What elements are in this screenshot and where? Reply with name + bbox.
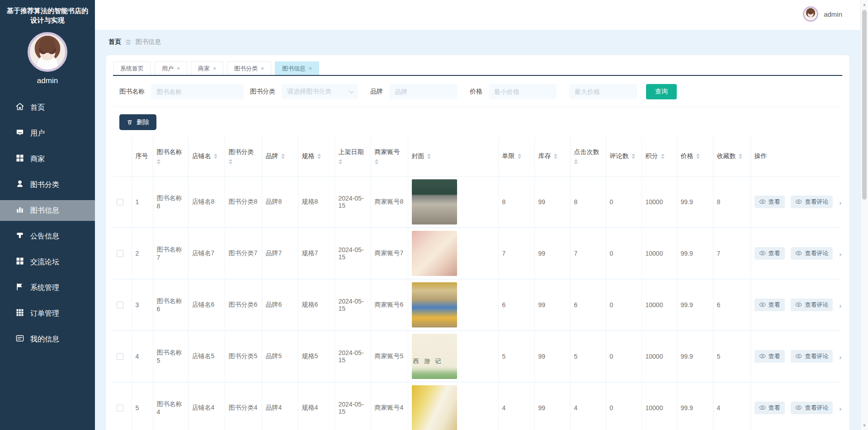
more-actions-chevron[interactable]: › [839,199,841,206]
close-icon[interactable]: × [213,65,216,72]
cell-comments: 0 [606,331,642,382]
table-row: 4 图书名称5 店铺名5 图书分类5 品牌5 规格5 2024-05-15 商家… [113,331,841,382]
row-checkbox[interactable] [117,353,123,360]
sidebar-item-home[interactable]: 首页 [0,97,95,118]
table-header-row: 序号 图书名称 [113,136,841,176]
row-checkbox[interactable] [117,302,123,308]
sidebar-item-book-info[interactable]: 图书信息 [0,200,95,221]
view-button[interactable]: 查看 [755,350,785,363]
sort-icon[interactable] [281,154,285,159]
view-button[interactable]: 查看 [755,247,785,260]
eye-icon [795,354,802,359]
brand-input[interactable] [389,84,457,99]
cell-clicks: 8 [570,176,606,228]
cell-index: 2 [132,228,153,279]
column-header: 序号 [132,136,153,176]
sort-icon[interactable] [427,154,431,159]
view-button[interactable]: 查看 [755,299,785,311]
book-cover-image: 西 游 记 [412,334,457,379]
sidebar-item-forum[interactable]: 交流论坛 [0,252,95,272]
cell-date: 2024-05-15 [335,279,371,331]
sidebar-item-label: 图书分类 [30,180,59,190]
cell-shop-name: 店铺名4 [188,382,225,430]
sort-icon[interactable] [632,154,635,159]
view-button[interactable]: 查看 [755,196,785,208]
sort-icon[interactable] [214,154,217,159]
sort-icon[interactable] [339,159,342,164]
sort-icon[interactable] [157,159,160,164]
sort-icon[interactable] [554,154,557,159]
tab-book-categories[interactable]: 图书分类 × [227,61,271,75]
view-comments-button[interactable]: 查看评论 [791,350,833,363]
sort-icon[interactable] [739,154,742,159]
tab-users[interactable]: 用户 × [155,61,187,75]
price-max-input[interactable] [569,84,637,99]
book-cover-image [412,231,457,276]
cell-comments: 0 [606,228,642,279]
close-icon[interactable]: × [309,65,312,72]
column-header-label: 评论数 [610,152,629,160]
user-avatar [803,6,818,22]
cell-points: 10000 [642,176,677,228]
sidebar-item-orders[interactable]: 订单管理 [0,303,95,324]
eye-icon [795,405,802,410]
more-actions-chevron[interactable]: › [839,302,841,309]
sort-icon[interactable] [574,159,578,164]
category-select[interactable]: 请选择图书分类 [282,84,358,99]
sort-icon[interactable] [317,154,321,159]
sidebar-item-book-categories[interactable]: 图书分类 [0,174,95,195]
breadcrumb-home-link[interactable]: 首页 [108,38,121,46]
sidebar-item-merchants[interactable]: 商家 [0,149,95,169]
sort-icon[interactable] [696,154,700,159]
book-name-input[interactable] [151,84,244,99]
cell-date: 2024-05-15 [335,382,371,430]
cell-clicks: 6 [570,279,606,331]
delete-button[interactable]: 删除 [119,114,156,130]
cell-clicks: 4 [570,382,606,430]
sort-icon[interactable] [375,159,378,164]
sort-icon[interactable] [518,154,521,159]
topbar-user-menu[interactable]: admin [803,6,842,22]
price-min-input[interactable] [489,84,557,99]
cell-merchant: 商家账号8 [371,176,408,228]
scrollbar-thumb[interactable] [862,10,867,200]
column-header-label: 序号 [136,152,148,160]
row-checkbox[interactable] [117,199,123,206]
search-button[interactable]: 查询 [646,84,677,99]
sidebar-item-label: 我的信息 [30,335,59,344]
cell-date: 2024-05-15 [335,331,371,382]
column-header-label: 商家账号 [375,148,400,156]
sidebar-item-label: 系统管理 [30,283,59,293]
sidebar-item-users[interactable]: 用户 [0,123,95,144]
close-icon[interactable]: × [177,65,180,72]
cell-merchant: 商家账号4 [371,382,408,430]
scrollbar-down-arrow[interactable]: ▼ [862,423,867,428]
row-checkbox[interactable] [117,405,123,411]
view-button[interactable]: 查看 [755,402,785,414]
sidebar-item-my-info[interactable]: 我的信息 [0,329,95,350]
more-actions-chevron[interactable]: › [839,353,841,361]
view-comments-button[interactable]: 查看评论 [791,402,833,414]
view-comments-button[interactable]: 查看评论 [791,196,833,208]
tab-book-info[interactable]: 图书信息 × [275,61,319,75]
tab-merchants[interactable]: 商家 × [191,61,223,75]
cell-points: 10000 [642,331,677,382]
more-actions-chevron[interactable]: › [839,405,841,412]
close-icon[interactable]: × [261,65,264,72]
sidebar-item-system[interactable]: 系统管理 [0,277,95,298]
sidebar-item-announcements[interactable]: 公告信息 [0,226,95,247]
scrollbar-up-arrow[interactable]: ▲ [862,2,867,7]
column-header: 商家账号 [371,136,408,176]
row-checkbox[interactable] [117,250,123,257]
view-comments-button[interactable]: 查看评论 [791,247,833,260]
view-comments-button[interactable]: 查看评论 [791,299,833,311]
sort-icon[interactable] [229,159,232,164]
column-header: 图书分类 [225,136,262,176]
price-label: 价格 [470,88,482,96]
sort-icon[interactable] [661,154,665,159]
tab-system-home[interactable]: 系统首页 [113,61,151,75]
sidebar-item-label: 首页 [30,103,45,112]
page-scrollbar: ▲ ▼ [860,0,868,430]
cell-book-name: 图书名称7 [153,228,188,279]
more-actions-chevron[interactable]: › [839,250,841,258]
